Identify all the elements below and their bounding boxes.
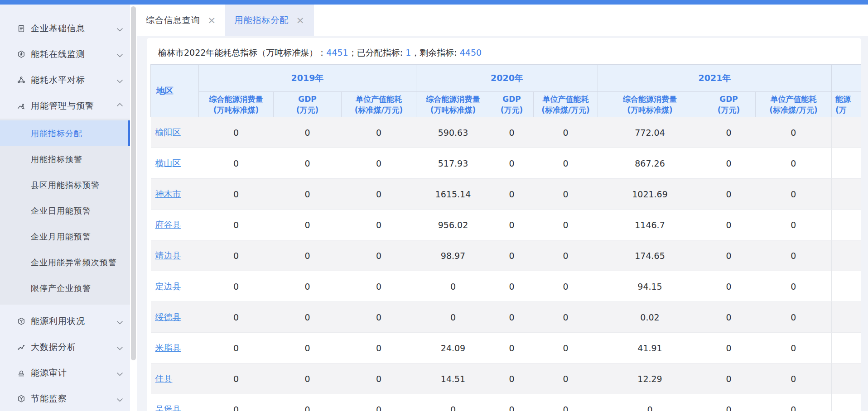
table-row-定边县: 定边县00000094.1500 [151, 271, 861, 302]
region-link-神木市[interactable]: 神木市 [155, 189, 181, 199]
region-link-靖边县[interactable]: 靖边县 [155, 250, 181, 260]
cell-value: 0 [534, 117, 598, 148]
cell-value: 0 [199, 302, 274, 333]
cell-value: 0 [534, 333, 598, 363]
sidebar-item-energy-inspection[interactable]: 节能监察 [0, 386, 130, 411]
cell-value: 0 [534, 271, 598, 302]
sidebar-subitem-enterprise-abnormal-freq-warning[interactable]: 企业用能异常频次预警 [0, 249, 130, 275]
cell-value: 0 [534, 302, 598, 333]
cell-value: 0 [534, 210, 598, 240]
region-link-吴堡县[interactable]: 吴堡县 [155, 404, 181, 411]
cell-value: 0 [342, 117, 416, 148]
hexagon-y-icon [17, 317, 25, 325]
cell-value: 0 [342, 210, 416, 240]
sidebar-item-energy-benchmark[interactable]: 能耗水平对标 [0, 67, 130, 93]
cell-value: 0 [756, 117, 832, 148]
sidebar-item-enterprise-base-info[interactable]: 企业基础信息 [0, 15, 130, 41]
summary-prefix: 榆林市2022年能耗总指标（万吨标准煤）： [158, 48, 326, 57]
cell-value: 0 [416, 271, 490, 302]
cell-value: 0 [756, 302, 832, 333]
cell-value: 0 [274, 363, 342, 394]
region-link-绥德县[interactable]: 绥德县 [155, 312, 181, 322]
cell-value: 0 [199, 363, 274, 394]
sidebar-item-label: 节能监察 [31, 393, 67, 405]
sidebar-scrollbar-thumb[interactable] [131, 6, 136, 360]
summary-remaining-value: 4450 [460, 48, 482, 57]
region-link-米脂县[interactable]: 米脂县 [155, 343, 181, 353]
cell-value: 0 [274, 302, 342, 333]
cell-value: 174.65 [598, 240, 702, 271]
sidebar-item-label: 能耗在线监测 [31, 48, 85, 60]
region-link-定边县[interactable]: 定边县 [155, 281, 181, 291]
scatter-icon [17, 343, 25, 351]
sidebar-subitem-quota-allocation[interactable]: 用能指标分配 [0, 120, 130, 146]
region-link-府谷县[interactable]: 府谷县 [155, 220, 181, 229]
cell-value: 0 [598, 394, 702, 411]
cell-value: 14.51 [416, 363, 490, 394]
sidebar-item-label: 能耗水平对标 [31, 74, 85, 86]
cell-value: 0 [702, 240, 756, 271]
document-icon [17, 24, 25, 33]
cell-value: 0 [490, 271, 534, 302]
cell-value: 98.97 [416, 240, 490, 271]
cell-value: 0 [342, 394, 416, 411]
region-cell: 榆阳区 [151, 117, 199, 148]
metric-header-2021-gdp: GDP(万元) [702, 92, 756, 117]
tab-comprehensive-info-query[interactable]: 综合信息查询× [137, 5, 225, 36]
cell-value: 0 [274, 271, 342, 302]
tab-quota-allocation[interactable]: 用能指标分配× [225, 5, 313, 36]
sidebar-subitem-quota-warning[interactable]: 用能指标预警 [0, 146, 130, 172]
sidebar-item-label: 大数据分析 [31, 341, 76, 353]
cell-value: 12.29 [598, 363, 702, 394]
cell-value: 0 [274, 179, 342, 210]
cell-value: 0.02 [598, 302, 702, 333]
chevron-down-icon [117, 24, 123, 33]
cell-value: 24.09 [416, 333, 490, 363]
cell-value: 0 [756, 210, 832, 240]
sidebar-item-energy-utilization[interactable]: 能源利用状况 [0, 308, 130, 334]
chevron-down-icon [117, 342, 123, 352]
region-cell: 府谷县 [151, 210, 199, 240]
region-link-榆阳区[interactable]: 榆阳区 [155, 127, 181, 137]
column-header-region: 地区 [151, 65, 199, 117]
summary-allocated-value: 1 [405, 48, 411, 57]
tab-label: 综合信息查询 [146, 14, 200, 26]
metric-header-2019-consumption: 综合能源消费量(万吨标准煤) [199, 92, 274, 117]
sidebar-item-energy-audit[interactable]: 能源审计 [0, 360, 130, 386]
cell-value: 0 [756, 179, 832, 210]
summary-sep1: ；已分配指标: [348, 48, 405, 57]
cell-value: 0 [274, 394, 342, 411]
region-cell: 靖边县 [151, 240, 199, 271]
cell-value [832, 271, 861, 302]
sidebar-subitem-production-limit-warning[interactable]: 限停产企业预警 [0, 275, 130, 301]
region-cell: 米脂县 [151, 333, 199, 363]
chevron-down-icon [117, 316, 123, 326]
cell-value: 0 [490, 363, 534, 394]
sidebar-subitem-county-quota-warning[interactable]: 县区用能指标预警 [0, 172, 130, 198]
region-link-佳县[interactable]: 佳县 [155, 373, 173, 383]
tab-close-icon[interactable]: × [207, 15, 216, 25]
table-row-神木市: 神木市0001615.14001021.6900 [151, 179, 861, 210]
sidebar-item-energy-online-monitor[interactable]: 能耗在线监测 [0, 41, 130, 67]
cell-value: 0 [274, 148, 342, 179]
tab-close-icon[interactable]: × [296, 15, 304, 25]
cell-value: 517.93 [416, 148, 490, 179]
cell-value: 0 [342, 179, 416, 210]
metric-header-2019-gdp: GDP(万元) [274, 92, 342, 117]
metric-header-2020-consumption: 综合能源消费量(万吨标准煤) [416, 92, 490, 117]
cell-value: 0 [342, 271, 416, 302]
table-row-靖边县: 靖边县00098.9700174.6500 [151, 240, 861, 271]
sidebar-subitem-enterprise-monthly-warning[interactable]: 企业月用能预警 [0, 224, 130, 249]
metric-header-2021-consumption: 综合能源消费量(万吨标准煤) [598, 92, 702, 117]
sidebar-item-big-data-analysis[interactable]: 大数据分析 [0, 334, 130, 360]
region-link-横山区[interactable]: 横山区 [155, 158, 181, 168]
table-row-佳县: 佳县00014.510012.2900 [151, 363, 861, 394]
cell-value: 0 [274, 210, 342, 240]
year-group-header-partial [832, 65, 861, 92]
chevron-down-icon [117, 49, 123, 59]
sidebar-subitem-enterprise-daily-warning[interactable]: 企业日用能预警 [0, 198, 130, 224]
region-cell: 横山区 [151, 148, 199, 179]
summary-total-value: 4451 [326, 48, 348, 57]
hexagon-y-icon [17, 395, 25, 403]
sidebar-item-energy-mgmt-warning[interactable]: 用能管理与预警 [0, 93, 130, 119]
